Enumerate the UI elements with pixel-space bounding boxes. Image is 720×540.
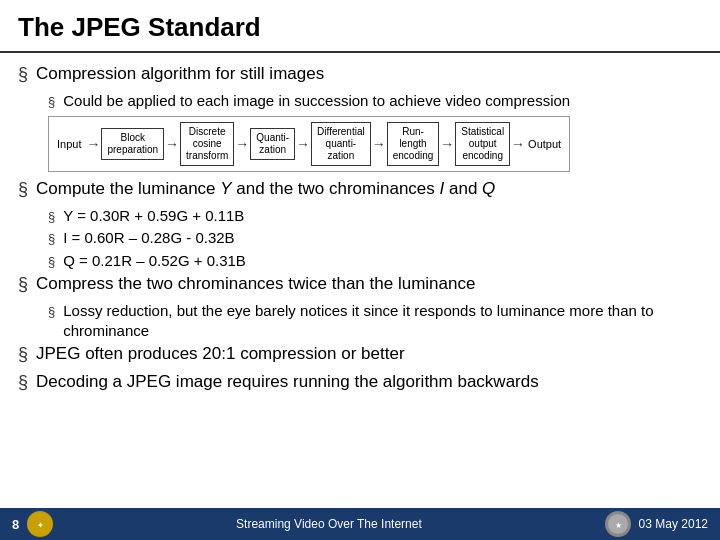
bullet-2-icon: § xyxy=(18,179,28,200)
title-bar: The JPEG Standard xyxy=(0,0,720,53)
arrow-3: → xyxy=(295,136,311,152)
footer-right-group: ★ 03 May 2012 xyxy=(605,511,708,537)
bullet-1-icon: § xyxy=(18,64,28,85)
bullet-1-sub-1-text: Could be applied to each image in succes… xyxy=(63,91,570,111)
bullet-5-icon: § xyxy=(18,372,28,393)
bullet-3-sub-1-text: Lossy reduction, but the eye barely noti… xyxy=(63,301,702,340)
diag-box-4: Run-lengthencoding xyxy=(387,122,440,166)
bullet-2: § Compute the luminance Y and the two ch… xyxy=(18,178,702,200)
bullet-3-sub-1-icon: § xyxy=(48,304,55,319)
bullet-1-sub-1: § Could be applied to each image in succ… xyxy=(48,91,702,111)
bullet-1-text: Compression algorithm for still images xyxy=(36,63,324,85)
logo-right-icon: ★ xyxy=(605,511,631,537)
diag-box-3: Differentialquanti-zation xyxy=(311,122,371,166)
bullet-3-text: Compress the two chrominances twice than… xyxy=(36,273,475,295)
footer-date: 03 May 2012 xyxy=(639,517,708,531)
bullet-2-sub-2-text: I = 0.60R – 0.28G - 0.32B xyxy=(63,228,234,248)
bullet-3-sub-1: § Lossy reduction, but the eye barely no… xyxy=(48,301,702,340)
slide-footer: 8 ✦ Streaming Video Over The Internet ★ … xyxy=(0,508,720,540)
footer-left: 8 ✦ xyxy=(12,511,53,537)
arrow-0: → xyxy=(85,136,101,152)
page-number: 8 xyxy=(12,517,19,532)
arrow-2: → xyxy=(234,136,250,152)
svg-text:★: ★ xyxy=(614,521,621,530)
bullet-4-icon: § xyxy=(18,344,28,365)
bullet-2-sub-3: § Q = 0.21R – 0.52G + 0.31B xyxy=(48,251,702,271)
diag-box-0: Blockpreparation xyxy=(101,128,164,160)
footer-center-text: Streaming Video Over The Internet xyxy=(236,517,422,531)
diag-box-1: Discretecosinetransform xyxy=(180,122,234,166)
bullet-5-text: Decoding a JPEG image requires running t… xyxy=(36,371,539,393)
diag-box-2: Quanti-zation xyxy=(250,128,295,160)
arrow-6: → xyxy=(510,136,526,152)
slide: The JPEG Standard § Compression algorith… xyxy=(0,0,720,540)
logo-left-icon: ✦ xyxy=(27,511,53,537)
bullet-2-text: Compute the luminance Y and the two chro… xyxy=(36,178,495,200)
bullet-2-sub-2-icon: § xyxy=(48,231,55,246)
diagram-input-label: Input xyxy=(57,138,81,150)
bullet-3: § Compress the two chrominances twice th… xyxy=(18,273,702,295)
slide-content: § Compression algorithm for still images… xyxy=(0,53,720,508)
bullet-4-text: JPEG often produces 20:1 compression or … xyxy=(36,343,405,365)
bullet-3-icon: § xyxy=(18,274,28,295)
jpeg-diagram: Input → Blockpreparation → Discretecosin… xyxy=(48,116,570,172)
bullet-1-sub-1-icon: § xyxy=(48,94,55,109)
arrow-4: → xyxy=(371,136,387,152)
bullet-2-sub-1: § Y = 0.30R + 0.59G + 0.11B xyxy=(48,206,702,226)
bullet-2-sub-2: § I = 0.60R – 0.28G - 0.32B xyxy=(48,228,702,248)
diag-box-5: Statisticaloutputencoding xyxy=(455,122,510,166)
bullet-1: § Compression algorithm for still images xyxy=(18,63,702,85)
bullet-4: § JPEG often produces 20:1 compression o… xyxy=(18,343,702,365)
bullet-2-sub-3-text: Q = 0.21R – 0.52G + 0.31B xyxy=(63,251,246,271)
svg-text:✦: ✦ xyxy=(37,521,44,530)
slide-title: The JPEG Standard xyxy=(18,12,702,43)
bullet-2-sub-3-icon: § xyxy=(48,254,55,269)
bullet-2-sub-1-text: Y = 0.30R + 0.59G + 0.11B xyxy=(63,206,244,226)
arrow-1: → xyxy=(164,136,180,152)
arrow-5: → xyxy=(439,136,455,152)
bullet-5: § Decoding a JPEG image requires running… xyxy=(18,371,702,393)
diagram-output-label: Output xyxy=(528,138,561,150)
bullet-2-sub-1-icon: § xyxy=(48,209,55,224)
